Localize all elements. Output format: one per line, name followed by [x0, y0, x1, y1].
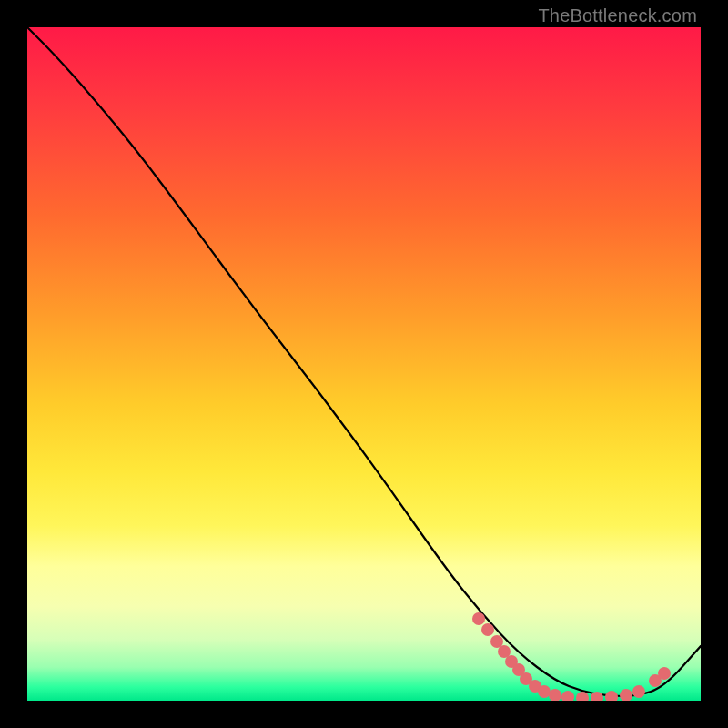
- chart-frame: TheBottleneck.com: [0, 0, 728, 728]
- plot-area: [27, 27, 701, 701]
- attribution-label: TheBottleneck.com: [538, 5, 697, 26]
